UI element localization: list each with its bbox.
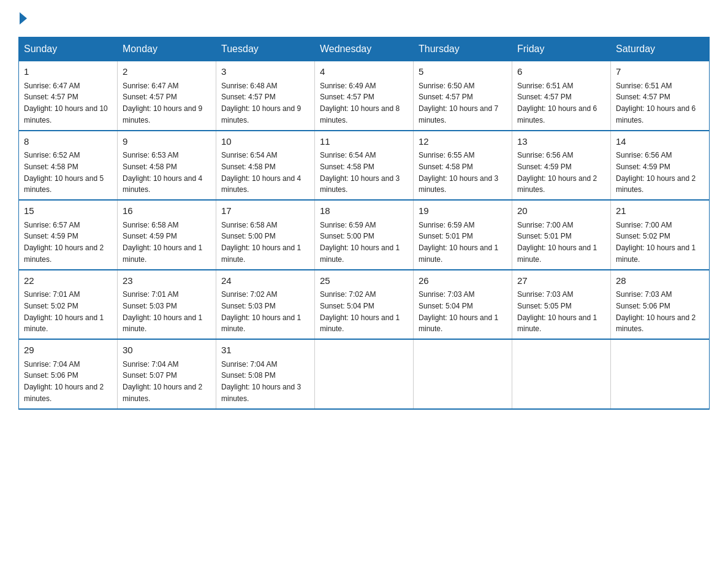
calendar-day-cell: 23Sunrise: 7:01 AMSunset: 5:03 PMDayligh… bbox=[118, 270, 216, 340]
weekday-header-row: SundayMondayTuesdayWednesdayThursdayFrid… bbox=[19, 37, 710, 61]
day-number: 12 bbox=[419, 135, 507, 149]
day-info: Sunrise: 6:50 AMSunset: 4:57 PMDaylight:… bbox=[419, 82, 498, 124]
day-number: 31 bbox=[221, 343, 309, 358]
day-info: Sunrise: 7:01 AMSunset: 5:03 PMDaylight:… bbox=[123, 290, 202, 333]
calendar-day-cell: 21Sunrise: 7:00 AMSunset: 5:02 PMDayligh… bbox=[611, 200, 710, 270]
calendar-week-row: 22Sunrise: 7:01 AMSunset: 5:02 PMDayligh… bbox=[19, 270, 710, 340]
weekday-header: Thursday bbox=[414, 37, 512, 61]
day-number: 22 bbox=[24, 274, 112, 288]
calendar-day-cell: 3Sunrise: 6:48 AMSunset: 4:57 PMDaylight… bbox=[216, 61, 315, 131]
day-number: 6 bbox=[517, 65, 605, 79]
day-info: Sunrise: 6:58 AMSunset: 4:59 PMDaylight:… bbox=[123, 221, 202, 264]
calendar-day-cell: 27Sunrise: 7:03 AMSunset: 5:05 PMDayligh… bbox=[512, 270, 611, 340]
day-number: 14 bbox=[616, 135, 704, 149]
day-number: 15 bbox=[24, 204, 112, 218]
weekday-header: Sunday bbox=[19, 37, 118, 61]
day-info: Sunrise: 7:02 AMSunset: 5:04 PMDaylight:… bbox=[320, 290, 400, 333]
day-info: Sunrise: 6:54 AMSunset: 4:58 PMDaylight:… bbox=[221, 151, 301, 194]
day-info: Sunrise: 6:47 AMSunset: 4:57 PMDaylight:… bbox=[24, 82, 108, 124]
calendar-day-cell: 16Sunrise: 6:58 AMSunset: 4:59 PMDayligh… bbox=[118, 200, 216, 270]
day-info: Sunrise: 6:56 AMSunset: 4:59 PMDaylight:… bbox=[517, 151, 597, 194]
calendar-day-cell: 18Sunrise: 6:59 AMSunset: 5:00 PMDayligh… bbox=[315, 200, 414, 270]
weekday-header: Tuesday bbox=[216, 37, 315, 61]
day-number: 4 bbox=[320, 65, 408, 79]
day-number: 8 bbox=[24, 135, 112, 149]
day-info: Sunrise: 6:57 AMSunset: 4:59 PMDaylight:… bbox=[24, 221, 104, 264]
day-number: 10 bbox=[221, 135, 309, 149]
calendar-day-cell: 5Sunrise: 6:50 AMSunset: 4:57 PMDaylight… bbox=[414, 61, 512, 131]
calendar-day-cell: 22Sunrise: 7:01 AMSunset: 5:02 PMDayligh… bbox=[19, 270, 118, 340]
day-number: 7 bbox=[616, 65, 704, 79]
calendar-week-row: 8Sunrise: 6:52 AMSunset: 4:58 PMDaylight… bbox=[19, 131, 710, 201]
calendar-day-cell: 24Sunrise: 7:02 AMSunset: 5:03 PMDayligh… bbox=[216, 270, 315, 340]
day-info: Sunrise: 6:52 AMSunset: 4:58 PMDaylight:… bbox=[24, 151, 104, 194]
day-info: Sunrise: 6:58 AMSunset: 5:00 PMDaylight:… bbox=[221, 221, 301, 264]
day-number: 21 bbox=[616, 204, 704, 218]
calendar-day-cell: 12Sunrise: 6:55 AMSunset: 4:58 PMDayligh… bbox=[414, 131, 512, 201]
day-info: Sunrise: 6:47 AMSunset: 4:57 PMDaylight:… bbox=[123, 82, 202, 124]
day-number: 23 bbox=[123, 274, 211, 288]
calendar-week-row: 1Sunrise: 6:47 AMSunset: 4:57 PMDaylight… bbox=[19, 61, 710, 131]
weekday-header: Saturday bbox=[611, 37, 710, 61]
calendar-day-cell bbox=[414, 339, 512, 409]
calendar-day-cell: 31Sunrise: 7:04 AMSunset: 5:08 PMDayligh… bbox=[216, 339, 315, 409]
day-number: 2 bbox=[123, 65, 211, 79]
calendar-day-cell bbox=[611, 339, 710, 409]
calendar-day-cell bbox=[315, 339, 414, 409]
calendar-day-cell: 28Sunrise: 7:03 AMSunset: 5:06 PMDayligh… bbox=[611, 270, 710, 340]
day-number: 26 bbox=[419, 274, 507, 288]
calendar-day-cell: 25Sunrise: 7:02 AMSunset: 5:04 PMDayligh… bbox=[315, 270, 414, 340]
calendar-week-row: 15Sunrise: 6:57 AMSunset: 4:59 PMDayligh… bbox=[19, 200, 710, 270]
calendar-day-cell: 8Sunrise: 6:52 AMSunset: 4:58 PMDaylight… bbox=[19, 131, 118, 201]
day-info: Sunrise: 6:51 AMSunset: 4:57 PMDaylight:… bbox=[517, 82, 597, 124]
calendar-day-cell: 30Sunrise: 7:04 AMSunset: 5:07 PMDayligh… bbox=[118, 339, 216, 409]
calendar-day-cell: 6Sunrise: 6:51 AMSunset: 4:57 PMDaylight… bbox=[512, 61, 611, 131]
day-number: 27 bbox=[517, 274, 605, 288]
day-info: Sunrise: 7:00 AMSunset: 5:01 PMDaylight:… bbox=[517, 221, 597, 264]
logo bbox=[18, 12, 27, 25]
day-info: Sunrise: 6:51 AMSunset: 4:57 PMDaylight:… bbox=[616, 82, 696, 124]
day-info: Sunrise: 7:02 AMSunset: 5:03 PMDaylight:… bbox=[221, 290, 301, 333]
day-number: 28 bbox=[616, 274, 704, 288]
day-info: Sunrise: 6:55 AMSunset: 4:58 PMDaylight:… bbox=[419, 151, 498, 194]
day-info: Sunrise: 7:04 AMSunset: 5:08 PMDaylight:… bbox=[221, 360, 301, 403]
day-number: 24 bbox=[221, 274, 309, 288]
day-info: Sunrise: 7:04 AMSunset: 5:07 PMDaylight:… bbox=[123, 360, 202, 403]
day-info: Sunrise: 6:59 AMSunset: 5:01 PMDaylight:… bbox=[419, 221, 498, 264]
day-number: 17 bbox=[221, 204, 309, 218]
day-number: 5 bbox=[419, 65, 507, 79]
weekday-header: Monday bbox=[118, 37, 216, 61]
day-info: Sunrise: 6:49 AMSunset: 4:57 PMDaylight:… bbox=[320, 82, 400, 124]
day-number: 16 bbox=[123, 204, 211, 218]
calendar-day-cell: 1Sunrise: 6:47 AMSunset: 4:57 PMDaylight… bbox=[19, 61, 118, 131]
day-info: Sunrise: 7:03 AMSunset: 5:05 PMDaylight:… bbox=[517, 290, 597, 333]
day-info: Sunrise: 7:00 AMSunset: 5:02 PMDaylight:… bbox=[616, 221, 696, 264]
calendar-day-cell: 9Sunrise: 6:53 AMSunset: 4:58 PMDaylight… bbox=[118, 131, 216, 201]
day-number: 30 bbox=[123, 343, 211, 358]
calendar-day-cell: 15Sunrise: 6:57 AMSunset: 4:59 PMDayligh… bbox=[19, 200, 118, 270]
weekday-header: Friday bbox=[512, 37, 611, 61]
calendar-day-cell: 26Sunrise: 7:03 AMSunset: 5:04 PMDayligh… bbox=[414, 270, 512, 340]
day-number: 25 bbox=[320, 274, 408, 288]
day-info: Sunrise: 6:48 AMSunset: 4:57 PMDaylight:… bbox=[221, 82, 301, 124]
day-number: 20 bbox=[517, 204, 605, 218]
day-number: 18 bbox=[320, 204, 408, 218]
logo-arrow-icon bbox=[20, 12, 27, 25]
calendar-day-cell: 14Sunrise: 6:56 AMSunset: 4:59 PMDayligh… bbox=[611, 131, 710, 201]
day-number: 11 bbox=[320, 135, 408, 149]
calendar-day-cell: 20Sunrise: 7:00 AMSunset: 5:01 PMDayligh… bbox=[512, 200, 611, 270]
calendar-day-cell: 11Sunrise: 6:54 AMSunset: 4:58 PMDayligh… bbox=[315, 131, 414, 201]
day-info: Sunrise: 7:01 AMSunset: 5:02 PMDaylight:… bbox=[24, 290, 104, 333]
day-info: Sunrise: 7:04 AMSunset: 5:06 PMDaylight:… bbox=[24, 360, 104, 403]
day-number: 19 bbox=[419, 204, 507, 218]
weekday-header: Wednesday bbox=[315, 37, 414, 61]
day-info: Sunrise: 6:54 AMSunset: 4:58 PMDaylight:… bbox=[320, 151, 400, 194]
calendar-day-cell: 2Sunrise: 6:47 AMSunset: 4:57 PMDaylight… bbox=[118, 61, 216, 131]
day-info: Sunrise: 7:03 AMSunset: 5:06 PMDaylight:… bbox=[616, 290, 696, 333]
day-number: 13 bbox=[517, 135, 605, 149]
day-number: 3 bbox=[221, 65, 309, 79]
calendar-day-cell: 19Sunrise: 6:59 AMSunset: 5:01 PMDayligh… bbox=[414, 200, 512, 270]
calendar-day-cell: 13Sunrise: 6:56 AMSunset: 4:59 PMDayligh… bbox=[512, 131, 611, 201]
day-info: Sunrise: 6:59 AMSunset: 5:00 PMDaylight:… bbox=[320, 221, 400, 264]
calendar-table: SundayMondayTuesdayWednesdayThursdayFrid… bbox=[18, 37, 710, 410]
